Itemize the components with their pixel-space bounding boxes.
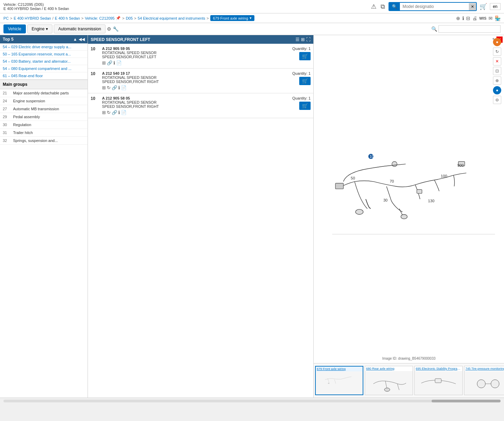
- part-link-btn-1[interactable]: 🔗: [112, 85, 117, 90]
- top5-item-1[interactable]: 50 – 165 Expansion reservoir, mount a...: [0, 51, 88, 58]
- part-item-0: 10 A 212 905 59 05 ROTATIONAL SPEED SENS…: [88, 44, 313, 69]
- header-search-input[interactable]: [400, 3, 469, 10]
- tab-tools-icon[interactable]: 🔧: [113, 26, 119, 32]
- group-item-21[interactable]: 21 Major assembly detachable parts: [0, 89, 88, 97]
- thumb-745[interactable]: 745 Tire pressure monitoring system: [464, 366, 504, 395]
- thumb-695[interactable]: 695 Electronic Stability Program (ESP®): [414, 366, 463, 395]
- tab-engine[interactable]: Engine: [27, 24, 52, 33]
- header-search-clear[interactable]: ✕: [469, 3, 476, 10]
- part-doc-btn-0[interactable]: 📄: [116, 60, 122, 65]
- tab-settings-icon[interactable]: ⚙: [107, 26, 111, 32]
- shop-btn[interactable]: 🏪: [495, 16, 501, 21]
- breadcrumb-pc[interactable]: PC: [3, 16, 9, 20]
- breadcrumb-pin-btn[interactable]: 📌: [116, 16, 121, 20]
- top5-item-3[interactable]: 54 – 080 Equipment compartment and ...: [0, 65, 88, 72]
- diagram-toolbar: ● ↻ ✕ ⊡ ⊕ ● ⊖: [493, 38, 501, 104]
- breadcrumb-active[interactable]: 679 Front axle wiring: [210, 15, 254, 21]
- part-link-btn-2[interactable]: 🔗: [112, 110, 117, 115]
- breadcrumb-d05[interactable]: D05: [126, 16, 133, 20]
- diagram-tool-close2[interactable]: ✕: [493, 57, 501, 65]
- toolbar-search-input[interactable]: [439, 25, 501, 33]
- filter-btn[interactable]: ⊟: [466, 16, 470, 21]
- group-item-29[interactable]: 29 Pedal assembly: [0, 113, 88, 121]
- right-panel: ✎ ✕: [314, 35, 504, 398]
- center-list-view-btn[interactable]: ☰: [295, 37, 300, 42]
- part-pos-0: 10: [91, 47, 99, 51]
- diagram-tool-zoom-in[interactable]: ⊕: [493, 76, 501, 85]
- top5-minimize-btn[interactable]: ◀◀: [79, 37, 85, 42]
- thumb-680[interactable]: 680 Rear axle wiring: [365, 366, 413, 395]
- part-refresh-btn-1[interactable]: ↻: [107, 85, 111, 90]
- diagram-tool-blue-circle[interactable]: ●: [493, 86, 501, 94]
- tab-vehicle[interactable]: Vehicle: [3, 24, 26, 33]
- horizontal-scrollbar[interactable]: [0, 398, 504, 404]
- part-doc-btn-1[interactable]: 📄: [121, 85, 127, 90]
- mail-btn[interactable]: ✉: [488, 16, 493, 21]
- diagram-tool-zoom-out[interactable]: ⊖: [493, 96, 501, 104]
- part-refresh-btn-2[interactable]: ↻: [107, 110, 111, 115]
- group-num-31: 31: [3, 131, 10, 135]
- svg-rect-5: [417, 189, 422, 193]
- center-fullscreen-btn[interactable]: ⛶: [306, 37, 311, 42]
- part-doc-btn-2[interactable]: 📄: [121, 110, 127, 115]
- tab-transmission[interactable]: Automatic transmission: [54, 24, 105, 33]
- add-to-cart-btn-0[interactable]: 🛒: [299, 52, 311, 60]
- part-desc2-2: SPEED SENSOR,FRONT RIGHT: [102, 104, 290, 109]
- breadcrumb-vehicle[interactable]: Vehicle: C212095: [85, 16, 114, 20]
- thumb-label-745[interactable]: 745 Tire pressure monitoring system: [464, 366, 504, 371]
- language-button[interactable]: en: [490, 3, 501, 10]
- group-item-31[interactable]: 31 Trailer hitch: [0, 129, 88, 137]
- thumb-label-679[interactable]: 679 Front axle wiring: [316, 367, 363, 371]
- diagram-tool-orange[interactable]: ●: [493, 38, 501, 46]
- add-to-cart-btn-2[interactable]: 🛒: [299, 102, 311, 110]
- toolbar-search-icon[interactable]: 🔍: [431, 26, 437, 32]
- thumbnail-strip: 679 Front axle wiring 680 Rear axle wiri…: [314, 363, 504, 398]
- part-info-btn-0[interactable]: ℹ: [113, 60, 115, 65]
- part-info-btn-1[interactable]: ℹ: [118, 85, 120, 90]
- group-item-24[interactable]: 24 Engine suspension: [0, 97, 88, 105]
- thumb-label-695[interactable]: 695 Electronic Stability Program (ESP®): [415, 366, 462, 371]
- zoom-in-breadcrumb-btn[interactable]: ⊕: [456, 16, 460, 21]
- part-qty-0: Quantity: 1: [292, 47, 311, 51]
- center-grid-view-btn[interactable]: ⊞: [301, 37, 305, 42]
- info-btn[interactable]: ℹ: [462, 16, 464, 21]
- header-search-btn[interactable]: 🔍: [389, 3, 400, 10]
- part-grid-btn-1[interactable]: ⊞: [102, 85, 106, 90]
- thumb-679[interactable]: 679 Front axle wiring: [315, 366, 363, 395]
- part-grid-btn-0[interactable]: ⊞: [102, 60, 106, 65]
- group-item-32[interactable]: 32 Springs, suspension and...: [0, 137, 88, 145]
- group-num-27: 27: [3, 107, 10, 111]
- scroll-bar-track[interactable]: [3, 400, 501, 402]
- breadcrumb: PC > E 400 HYBRID Sedan / E 400 h Sedan …: [0, 13, 504, 23]
- part-desc1-1: ROTATIONAL SPEED SENSOR: [102, 75, 290, 80]
- breadcrumb-e400h[interactable]: E 400 h Sedan: [55, 16, 80, 20]
- diagram-tool-refresh[interactable]: ↻: [493, 48, 501, 56]
- breadcrumb-electrical[interactable]: 54 Electrical equipment and instruments: [138, 16, 205, 20]
- part-link-btn-0[interactable]: 🔗: [107, 60, 112, 65]
- top5-item-2[interactable]: 54 – 030 Battery, starter and alternator…: [0, 58, 88, 65]
- warning-icon-btn[interactable]: ⚠: [370, 2, 377, 11]
- add-to-cart-btn-1[interactable]: 🛒: [299, 77, 311, 85]
- part-qty-2: Quantity: 1: [292, 96, 311, 100]
- scroll-bar-thumb[interactable]: [432, 400, 501, 402]
- group-item-30[interactable]: 30 Regulation: [0, 121, 88, 129]
- diagram-tool-expand[interactable]: ⊡: [493, 67, 501, 75]
- breadcrumb-hybrid[interactable]: E 400 HYBRID Sedan: [14, 16, 51, 20]
- group-item-27[interactable]: 27 Automatic MB transmission: [0, 105, 88, 113]
- diagram-area: ✎ ✕: [314, 35, 504, 363]
- part-info-btn-2[interactable]: ℹ: [118, 110, 120, 115]
- svg-rect-0: [335, 183, 343, 189]
- top5-item-4[interactable]: 61 – 045 Rear-end floor: [0, 72, 88, 80]
- top5-collapse-btn[interactable]: ▲: [73, 37, 77, 42]
- cart-button[interactable]: 🛒: [480, 3, 487, 10]
- group-label-30: Regulation: [13, 123, 31, 127]
- copy-icon-btn[interactable]: ⧉: [380, 2, 386, 11]
- center-header-buttons: ☰ ⊞ ⛶: [295, 37, 311, 42]
- print-btn[interactable]: 🖨: [472, 16, 477, 21]
- groups-list: 21 Major assembly detachable parts 24 En…: [0, 89, 88, 398]
- top5-item-0[interactable]: 54 – 029 Electric drive energy supply a.…: [0, 43, 88, 51]
- thumb-label-680[interactable]: 680 Rear axle wiring: [365, 366, 413, 371]
- wis-btn[interactable]: WIS: [479, 16, 486, 21]
- part-grid-btn-2[interactable]: ⊞: [102, 110, 106, 115]
- part-qty-1: Quantity: 1: [292, 71, 311, 75]
